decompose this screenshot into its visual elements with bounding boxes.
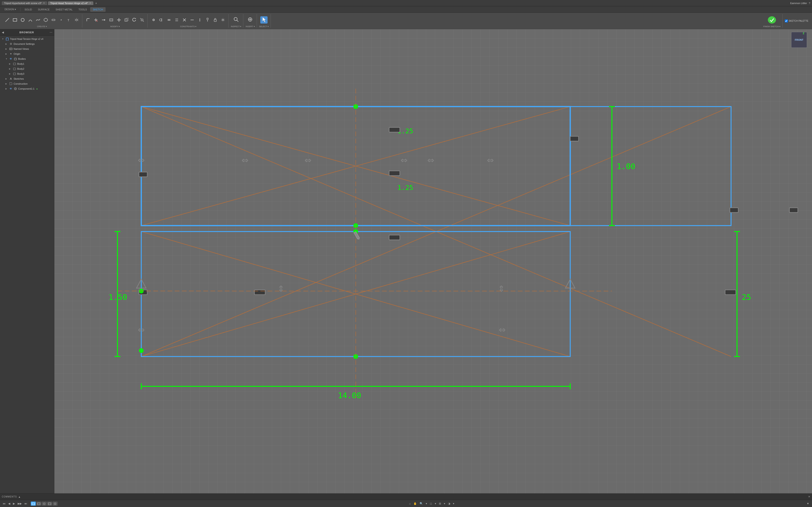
inspect-group: INSPECT ▾ <box>229 14 243 27</box>
mode-solid[interactable]: SOLID <box>22 7 35 12</box>
tool-constraint-tangent[interactable] <box>158 16 165 23</box>
tree-body1[interactable]: ▶ Body1 <box>0 61 54 66</box>
tool-line[interactable] <box>4 16 11 23</box>
playback-next-btn[interactable]: ▶▶ <box>17 502 23 506</box>
tool-trim[interactable] <box>92 16 99 23</box>
mode-sketch[interactable]: SKETCH <box>90 7 106 12</box>
new-tab-button[interactable]: + <box>94 1 98 5</box>
tool-polygon[interactable] <box>42 16 49 23</box>
svg-rect-99 <box>789 208 798 213</box>
comments-toggle[interactable]: ▲ <box>18 496 20 498</box>
tool-point[interactable] <box>58 16 65 23</box>
nav-zoom-btn[interactable]: 🔍 <box>419 502 424 506</box>
tab-hyperboloid[interactable]: Tripod Hyperboloid with screw v3* ✕ <box>2 1 47 5</box>
nav-display-btn[interactable]: ◻ <box>429 502 433 506</box>
mode-tools[interactable]: TOOLS <box>76 7 90 12</box>
modify-group: MODIFY ▾ <box>83 14 148 27</box>
nav-visibility-dropdown[interactable]: ▾ <box>452 502 455 506</box>
tree-root[interactable]: ▼ Tripod Head Tension Hinge v2 v4 <box>0 37 54 42</box>
svg-text:25: 25 <box>742 293 751 302</box>
svg-point-121 <box>43 503 45 505</box>
tab-hinge-close[interactable]: ✕ <box>89 2 91 4</box>
tool-copy[interactable] <box>123 16 130 23</box>
timeline-thumb-5[interactable] <box>53 502 58 506</box>
tool-extend[interactable] <box>100 16 107 23</box>
tool-sketch-text[interactable]: T <box>65 16 72 23</box>
playback-start-btn[interactable]: ⏮ <box>2 502 6 506</box>
playback-end-btn[interactable]: ⏭ <box>23 502 28 506</box>
mode-design-dropdown[interactable]: DESIGN ▾ <box>2 7 19 12</box>
tool-constraint-coinc[interactable] <box>150 16 157 23</box>
mode-surface[interactable]: SURFACE <box>35 7 52 12</box>
tool-constraint-vert[interactable] <box>196 16 203 23</box>
tool-constraint-eq[interactable] <box>165 16 173 23</box>
view-cube-front[interactable]: FRONT <box>791 32 807 48</box>
nav-pan-btn[interactable]: ✋ <box>413 502 418 506</box>
svg-rect-1 <box>13 18 17 21</box>
nav-home-btn[interactable]: ⌂ <box>408 502 411 506</box>
timeline-thumb-4[interactable] <box>47 502 52 506</box>
tool-scale[interactable] <box>139 16 146 23</box>
svg-text:1.50: 1.50 <box>108 293 127 302</box>
comments-add-btn[interactable]: ✕ <box>808 495 810 498</box>
help-icon[interactable]: ? <box>809 2 810 5</box>
tool-select[interactable] <box>260 16 267 23</box>
svg-rect-97 <box>570 136 579 141</box>
tree-origin[interactable]: ▶ ✦ Origin <box>0 51 54 56</box>
tool-spline[interactable] <box>35 16 42 23</box>
tool-rotate[interactable] <box>131 16 138 23</box>
mode-sheetmetal[interactable]: SHEET METAL <box>53 7 75 12</box>
sketch-viewport[interactable]: 14.00 1.50 1.00 25 1.25 1.25 <box>54 29 812 494</box>
tab-hyperboloid-close[interactable]: ✕ <box>43 2 45 4</box>
tool-offset[interactable] <box>108 16 115 23</box>
tool-constraint-sym[interactable] <box>219 16 226 23</box>
tree-component1[interactable]: ▶ 👁 Component1:1 ● <box>0 86 54 91</box>
timeline-thumb-sketch[interactable] <box>31 502 36 506</box>
view-cube[interactable]: Z FRONT <box>791 32 809 50</box>
dimension-labels: 14.00 1.50 1.00 25 1.25 1.25 <box>108 127 751 400</box>
nav-visibility-btn[interactable]: ◑ <box>447 502 451 506</box>
tool-constraint-lock[interactable] <box>212 16 219 23</box>
tree-named-views[interactable]: ▶ Named Views <box>0 46 54 51</box>
select-group: SELECT ▾ <box>257 14 271 27</box>
tool-fillet[interactable] <box>85 16 92 23</box>
tool-move[interactable] <box>115 16 122 23</box>
tool-arc[interactable] <box>27 16 34 23</box>
tree-sketches[interactable]: ▶ Sketches <box>0 76 54 81</box>
nav-grid-btn[interactable]: ⊞ <box>438 502 442 506</box>
tree-body3-arrow: ▶ <box>9 73 12 75</box>
tree-document-settings[interactable]: ▶ ⚙ Document Settings <box>0 42 54 46</box>
playback-play-btn[interactable]: ▶ <box>12 502 16 506</box>
playback-prev-btn[interactable]: ◀ <box>7 502 11 506</box>
tool-circle[interactable] <box>19 16 26 23</box>
sketch-palette-toggle[interactable]: SKETCH PALETTE <box>783 19 810 22</box>
tree-body2[interactable]: ▶ Body2 <box>0 66 54 71</box>
svg-text:⇔: ⇔ <box>138 156 145 165</box>
tree-bodies[interactable]: ▼ 👁 Bodies <box>0 56 54 61</box>
finish-sketch-button[interactable] <box>766 16 778 23</box>
sketch-palette-checkbox[interactable] <box>785 19 788 22</box>
status-filter-btn[interactable]: ▼ <box>806 502 810 506</box>
tool-constraint-fixed[interactable] <box>204 16 211 23</box>
canvas-area[interactable]: 14.00 1.50 1.00 25 1.25 1.25 <box>54 29 812 494</box>
tool-rect[interactable] <box>11 16 18 23</box>
tree-body3[interactable]: ▶ Body3 <box>0 71 54 76</box>
tool-insert[interactable] <box>247 16 254 23</box>
tab-hinge[interactable]: Tripod Head Tension Hinge v2 v4* ✕ <box>48 1 93 5</box>
tool-slot[interactable] <box>50 16 57 23</box>
tool-constraint-parallel[interactable] <box>173 16 180 23</box>
timeline-thumb-2[interactable] <box>36 502 41 506</box>
tree-body2-arrow: ▶ <box>9 68 12 70</box>
svg-text:⇔: ⇔ <box>487 156 494 165</box>
nav-zoom-dropdown[interactable]: ▾ <box>425 502 428 506</box>
nav-grid-dropdown[interactable]: ▾ <box>443 502 446 506</box>
tool-inspect[interactable] <box>233 16 240 23</box>
nav-display-dropdown[interactable]: ▾ <box>434 502 437 506</box>
browser-collapse-btn[interactable]: ◀ <box>2 31 4 34</box>
tree-construction[interactable]: ▶ Construction <box>0 81 54 86</box>
tool-constraint-horiz[interactable] <box>189 16 196 23</box>
tool-mirror[interactable] <box>73 16 80 23</box>
timeline-thumb-3[interactable] <box>42 502 47 506</box>
browser-options-btn[interactable]: ⋯ <box>50 31 52 34</box>
tool-constraint-perp[interactable] <box>181 16 188 23</box>
